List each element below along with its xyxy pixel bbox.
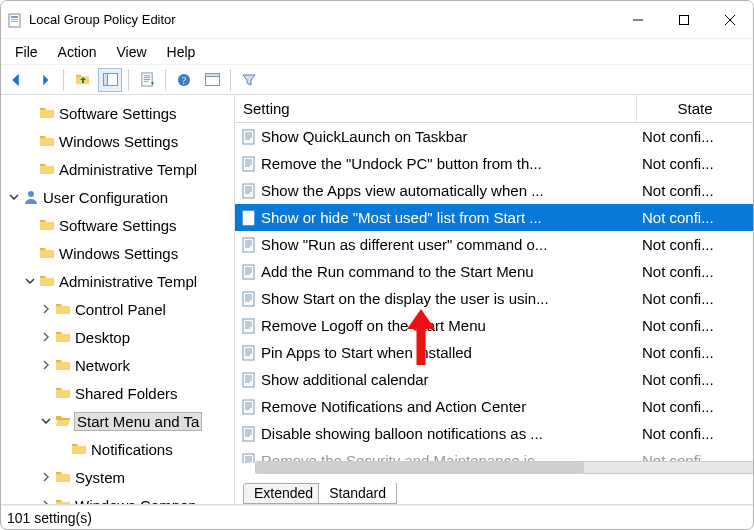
up-folder-icon[interactable]	[70, 68, 94, 92]
tree-expander[interactable]	[39, 358, 53, 372]
menu-view[interactable]: View	[108, 42, 154, 62]
setting-label: Show Start on the display the user is us…	[261, 290, 549, 307]
tree-expander[interactable]	[39, 498, 53, 504]
tree-expander[interactable]	[23, 246, 37, 260]
tree-item[interactable]: Windows Settings	[1, 239, 234, 267]
setting-row[interactable]: Disable showing balloon notifications as…	[235, 420, 753, 447]
tree-item[interactable]: Start Menu and Ta	[1, 407, 234, 435]
setting-row[interactable]: Remove the "Undock PC" button from th...…	[235, 150, 753, 177]
setting-row[interactable]: Show additional calendarNot confi...	[235, 366, 753, 393]
menu-file[interactable]: File	[7, 42, 46, 62]
maximize-button[interactable]	[661, 1, 707, 39]
svg-rect-15	[103, 74, 107, 86]
properties-icon[interactable]	[200, 68, 224, 92]
tree-item[interactable]: Control Panel	[1, 295, 234, 323]
tree-expander[interactable]	[39, 386, 53, 400]
tree-expander[interactable]	[39, 414, 53, 428]
svg-rect-6	[9, 14, 20, 27]
user-icon	[23, 189, 39, 205]
folder-icon	[55, 301, 71, 317]
column-header-setting[interactable]: Setting	[235, 95, 636, 122]
tree-expander[interactable]	[39, 470, 53, 484]
policy-icon	[241, 237, 257, 253]
setting-row[interactable]: Show QuickLaunch on TaskbarNot confi...	[235, 123, 753, 150]
setting-row[interactable]: Pin Apps to Start when installedNot conf…	[235, 339, 753, 366]
setting-label: Show the Apps view automatically when ..…	[261, 182, 544, 199]
tree-item-label: Shared Folders	[75, 385, 178, 402]
tree-item[interactable]: User Configuration	[1, 183, 234, 211]
tree-item[interactable]: Administrative Templ	[1, 155, 234, 183]
svg-text:?: ?	[182, 75, 187, 86]
tree-item[interactable]: Network	[1, 351, 234, 379]
policy-icon	[241, 210, 257, 226]
setting-row[interactable]: Show or hide "Most used" list from Start…	[235, 204, 753, 231]
folder-icon	[39, 161, 55, 177]
setting-state: Not confi...	[636, 290, 753, 307]
tree-item[interactable]: Notifications	[1, 435, 234, 463]
tree-item[interactable]: Windows Compon	[1, 491, 234, 504]
tree-item-label: System	[75, 469, 125, 486]
setting-state: Not confi...	[636, 263, 753, 280]
show-hide-tree-icon[interactable]	[98, 68, 122, 92]
setting-row[interactable]: Show the Apps view automatically when ..…	[235, 177, 753, 204]
minimize-button[interactable]	[615, 1, 661, 39]
tab-standard[interactable]: Standard	[318, 482, 397, 504]
help-icon[interactable]: ?	[172, 68, 196, 92]
tree-item-label: Windows Settings	[59, 133, 178, 150]
settings-list[interactable]: Show QuickLaunch on TaskbarNot confi...R…	[235, 123, 753, 463]
policy-icon	[241, 345, 257, 361]
tree-expander[interactable]	[39, 302, 53, 316]
tree-item[interactable]: Software Settings	[1, 99, 234, 127]
setting-state: Not confi...	[636, 371, 753, 388]
tree-item[interactable]: Desktop	[1, 323, 234, 351]
setting-row[interactable]: Add the Run command to the Start MenuNot…	[235, 258, 753, 285]
tree-item-label: Windows Settings	[59, 245, 178, 262]
setting-row[interactable]: Remove Notifications and Action CenterNo…	[235, 393, 753, 420]
tree-item[interactable]: Shared Folders	[1, 379, 234, 407]
view-tabs: Extended Standard	[235, 478, 753, 504]
folder-icon	[39, 245, 55, 261]
setting-label: Show additional calendar	[261, 371, 429, 388]
column-header-state[interactable]: State	[636, 95, 753, 122]
tree-expander[interactable]	[39, 330, 53, 344]
tree-expander[interactable]	[55, 442, 69, 456]
export-list-icon[interactable]	[135, 68, 159, 92]
setting-row[interactable]: Remove Logoff on the Start MenuNot confi…	[235, 312, 753, 339]
setting-label: Show QuickLaunch on Taskbar	[261, 128, 468, 145]
back-icon[interactable]	[5, 68, 29, 92]
folder-icon	[55, 497, 71, 504]
tree-item[interactable]: Windows Settings	[1, 127, 234, 155]
setting-row[interactable]: Show "Run as different user" command o..…	[235, 231, 753, 258]
tree-item-label: Notifications	[91, 441, 173, 458]
scrollbar-thumb[interactable]	[256, 462, 584, 473]
filter-icon[interactable]	[237, 68, 261, 92]
menubar: File Action View Help	[1, 39, 753, 65]
statusbar: 101 setting(s)	[1, 505, 753, 529]
titlebar[interactable]: Local Group Policy Editor	[1, 1, 753, 39]
policy-icon	[241, 291, 257, 307]
list-header: Setting State	[235, 95, 753, 123]
tree-expander[interactable]	[23, 274, 37, 288]
tree-item[interactable]: Software Settings	[1, 211, 234, 239]
tree-expander[interactable]	[23, 106, 37, 120]
tree-expander[interactable]	[23, 218, 37, 232]
tree-item[interactable]: Administrative Templ	[1, 267, 234, 295]
setting-label: Pin Apps to Start when installed	[261, 344, 472, 361]
menu-action[interactable]: Action	[50, 42, 105, 62]
tree-item[interactable]: System	[1, 463, 234, 491]
tree-expander[interactable]	[7, 190, 21, 204]
tab-extended[interactable]: Extended	[243, 483, 324, 504]
svg-rect-19	[205, 74, 219, 77]
forward-icon[interactable]	[33, 68, 57, 92]
close-button[interactable]	[707, 1, 753, 39]
tree-expander[interactable]	[23, 162, 37, 176]
folder-icon	[39, 217, 55, 233]
horizontal-scrollbar[interactable]	[255, 461, 753, 474]
tree-pane[interactable]: Software SettingsWindows SettingsAdminis…	[1, 95, 235, 504]
menu-help[interactable]: Help	[159, 42, 204, 62]
svg-rect-9	[11, 21, 18, 22]
setting-label: Add the Run command to the Start Menu	[261, 263, 534, 280]
setting-row[interactable]: Show Start on the display the user is us…	[235, 285, 753, 312]
tree-expander[interactable]	[23, 134, 37, 148]
tree-item-label: Network	[75, 357, 130, 374]
